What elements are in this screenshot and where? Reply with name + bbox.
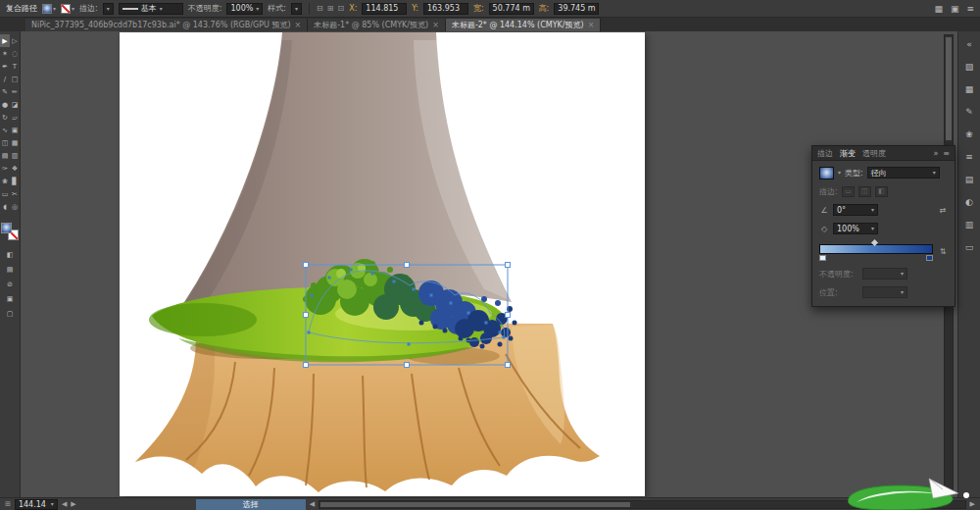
- zoom-level-select[interactable]: 144.14 ▾: [15, 499, 58, 510]
- document-tab[interactable]: NiPic_377395_406b9cdd7b17c93b.ai* @ 143.…: [25, 19, 308, 31]
- fill-stroke-indicator[interactable]: [1, 223, 19, 240]
- rectangle-tool[interactable]: □: [10, 73, 20, 85]
- prev-artboard-icon[interactable]: ◀: [62, 500, 67, 508]
- swatches-panel-icon[interactable]: ▦: [961, 82, 978, 96]
- blob-brush-tool[interactable]: ●: [0, 98, 10, 111]
- x-input[interactable]: 114.815: [362, 3, 407, 15]
- color-panel-icon[interactable]: ▧: [961, 60, 978, 74]
- brushes-panel-icon[interactable]: ✎: [961, 105, 978, 119]
- document-tab[interactable]: 未标题-1* @ 85% (CMYK/预览)×: [308, 19, 446, 31]
- symbols-panel-icon[interactable]: ❀: [961, 128, 978, 141]
- scroll-right-icon[interactable]: ▶: [970, 500, 975, 508]
- artboards-panel-icon[interactable]: ▭: [961, 240, 978, 254]
- column-graph-tool[interactable]: ▊: [10, 175, 20, 187]
- eyedropper-tool[interactable]: ✑: [0, 162, 10, 175]
- mesh-tool[interactable]: ▤: [0, 149, 10, 162]
- magic-wand-tool[interactable]: ✶: [0, 47, 10, 60]
- tab-transparency-panel[interactable]: 透明度: [862, 148, 886, 159]
- artboard-navigation-icon[interactable]: ⊞: [5, 500, 11, 508]
- symbol-sprayer-tool[interactable]: ❀: [0, 175, 10, 187]
- artboard[interactable]: [120, 32, 645, 496]
- height-value: 39.745 m: [558, 4, 595, 13]
- fill-color-indicator[interactable]: [1, 223, 12, 233]
- align-objects-icon[interactable]: ⊟: [317, 4, 323, 13]
- vertical-scrollbar-thumb[interactable]: [946, 37, 952, 140]
- caret-down-icon[interactable]: ▾: [53, 6, 56, 12]
- gradient-angle-select[interactable]: 0° ▾: [833, 204, 878, 216]
- screen-mode-icon[interactable]: ▢: [5, 307, 15, 320]
- gradient-stop-end[interactable]: [926, 255, 933, 261]
- stroke-panel-icon[interactable]: ≡: [961, 150, 978, 164]
- caret-down-icon: ▾: [160, 6, 163, 12]
- reverse-gradient-icon[interactable]: ⇄: [938, 206, 948, 215]
- gradient-mode-icon[interactable]: ▤: [5, 263, 15, 276]
- opacity-select[interactable]: 100% ▾: [226, 3, 263, 15]
- distribute-objects-icon[interactable]: ⊞: [327, 4, 334, 13]
- fill-color-control[interactable]: ▾: [42, 4, 56, 14]
- type-tool[interactable]: T: [10, 60, 20, 73]
- draw-mode-icon[interactable]: ▣: [5, 292, 15, 305]
- width-tool[interactable]: ∿: [0, 124, 10, 136]
- fill-swatch[interactable]: [42, 4, 52, 14]
- pen-tool[interactable]: ✒: [0, 60, 10, 73]
- brush-definition-select[interactable]: 基本 ▾: [119, 3, 183, 15]
- color-mode-icon[interactable]: ◧: [5, 248, 15, 261]
- layers-panel-icon[interactable]: ▥: [961, 218, 978, 231]
- width-input[interactable]: 50.774 m: [489, 3, 534, 15]
- selection-tool[interactable]: ▶: [0, 34, 10, 47]
- tab-close-icon[interactable]: ×: [432, 21, 439, 29]
- gradient-stop-start[interactable]: [819, 255, 826, 261]
- document-tab[interactable]: 未标题-2* @ 144.14% (CMYK/预览)×: [446, 19, 601, 31]
- gradient-bar[interactable]: [819, 244, 933, 254]
- stroke-color-control[interactable]: ▾: [61, 4, 74, 14]
- zoom-tool[interactable]: ◎: [10, 200, 20, 213]
- next-artboard-icon[interactable]: ▶: [71, 500, 75, 508]
- height-input[interactable]: 39.745 m: [554, 3, 599, 15]
- eraser-tool[interactable]: ◪: [10, 98, 20, 111]
- scroll-left-icon[interactable]: ◀: [310, 500, 315, 508]
- gradient-type-select[interactable]: 径向 ▾: [867, 167, 940, 178]
- gradient-aspect-select[interactable]: 100% ▾: [833, 223, 878, 234]
- workspace-switcher-icon[interactable]: ▣: [951, 4, 959, 14]
- caret-down-icon[interactable]: ▾: [72, 6, 74, 12]
- rotate-tool[interactable]: ↻: [0, 111, 10, 124]
- stroke-swatch[interactable]: [61, 4, 71, 14]
- lasso-tool[interactable]: ◌: [10, 47, 20, 60]
- slice-tool[interactable]: ✂: [10, 187, 20, 200]
- flip-gradient-icon[interactable]: ⇅: [938, 247, 948, 256]
- y-input[interactable]: 163.953: [423, 3, 468, 15]
- collapse-panel-icon[interactable]: »: [933, 149, 938, 158]
- transparency-panel-icon[interactable]: ◐: [961, 195, 978, 209]
- direct-selection-tool[interactable]: ▷: [10, 34, 20, 47]
- arrange-documents-icon[interactable]: ▦: [934, 4, 943, 14]
- shape-builder-tool[interactable]: ◫: [0, 136, 10, 149]
- style-select[interactable]: ▾: [291, 3, 302, 15]
- reference-point-icon[interactable]: ⊡: [337, 4, 344, 13]
- horizontal-scrollbar-thumb[interactable]: [320, 502, 630, 507]
- gradient-panel-icon[interactable]: ▤: [961, 173, 978, 186]
- horizontal-scrollbar[interactable]: [318, 500, 966, 509]
- panel-menu-icon[interactable]: ≡: [943, 149, 950, 158]
- stop-opacity-select: ▾: [862, 268, 907, 280]
- pencil-tool[interactable]: ✏: [10, 85, 20, 98]
- gradient-swatch[interactable]: [819, 167, 834, 179]
- tab-gradient-panel[interactable]: 渐变: [840, 148, 856, 159]
- paintbrush-tool[interactable]: ✎: [0, 85, 10, 98]
- gradient-tool[interactable]: ▥: [10, 149, 20, 162]
- gradient-swatch-caret-icon[interactable]: ▾: [838, 170, 841, 176]
- tab-close-icon[interactable]: ×: [295, 21, 302, 29]
- app-menu-icon[interactable]: ≡: [966, 4, 974, 14]
- line-segment-tool[interactable]: /: [0, 73, 10, 85]
- tab-close-icon[interactable]: ×: [588, 21, 595, 29]
- expand-panels-icon[interactable]: «: [961, 37, 978, 51]
- blend-tool[interactable]: ❖: [10, 162, 20, 175]
- perspective-grid-tool[interactable]: ▦: [10, 136, 20, 149]
- free-transform-tool[interactable]: ▣: [10, 124, 20, 136]
- panel-dock: «▧▦✎❀≡▤◐▥▭: [957, 31, 980, 497]
- none-mode-icon[interactable]: ⊘: [5, 278, 15, 290]
- stroke-weight-select[interactable]: ▾: [103, 3, 114, 15]
- artboard-tool[interactable]: ▭: [0, 187, 10, 200]
- tab-stroke-panel[interactable]: 描边: [817, 148, 833, 159]
- scale-tool[interactable]: ▱: [10, 111, 20, 124]
- hand-tool[interactable]: ◖: [0, 200, 10, 213]
